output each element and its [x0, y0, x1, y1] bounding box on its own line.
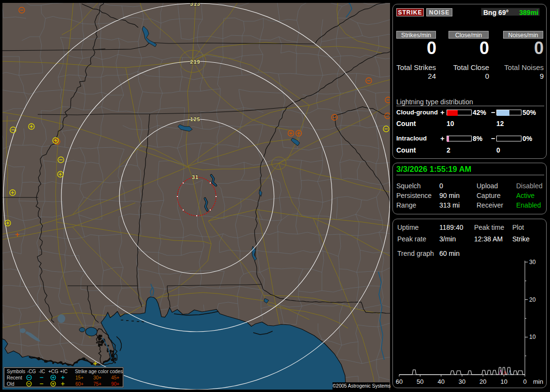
svg-text:30: 30: [459, 378, 465, 385]
svg-text:40: 40: [437, 378, 444, 385]
svg-text:20: 20: [529, 296, 536, 303]
svg-text:219: 219: [190, 59, 200, 65]
svg-text:31: 31: [192, 174, 199, 180]
svg-text:10: 10: [500, 378, 507, 385]
svg-text:30: 30: [529, 259, 536, 266]
svg-text:60: 60: [396, 378, 403, 385]
svg-text:10: 10: [529, 334, 536, 340]
svg-text:50: 50: [417, 378, 423, 385]
svg-text:20: 20: [479, 378, 486, 385]
svg-text:0: 0: [523, 378, 526, 385]
svg-text:125: 125: [190, 116, 200, 122]
svg-text:min: min: [533, 378, 543, 385]
